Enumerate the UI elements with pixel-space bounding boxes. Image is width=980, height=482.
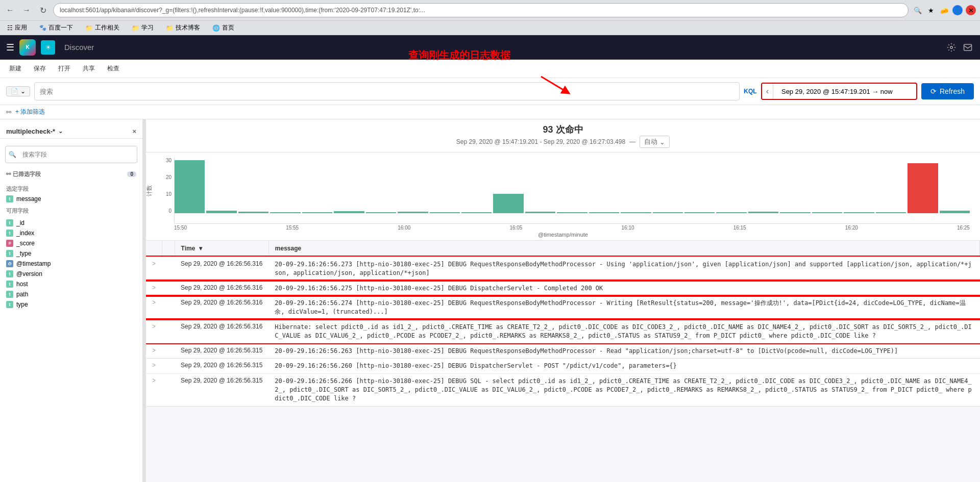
sidebar-search-input[interactable] <box>18 147 134 162</box>
expand-arrow[interactable]: > <box>146 343 162 359</box>
sidebar-field-version[interactable]: t @version <box>0 269 142 279</box>
bar-23[interactable] <box>908 163 938 213</box>
open-button[interactable]: 打开 <box>55 63 74 74</box>
bar-9[interactable] <box>461 212 492 213</box>
bar-24[interactable] <box>940 211 970 213</box>
bar-0[interactable] <box>175 160 205 213</box>
bar-19[interactable] <box>780 212 810 213</box>
sidebar-field-type2[interactable]: t type <box>0 299 142 310</box>
selected-fields-label: ⚯ 已筛选字段 0 <box>0 168 142 180</box>
row-num[interactable] <box>162 359 175 374</box>
bar-2[interactable] <box>238 212 268 213</box>
row-num[interactable] <box>162 257 175 281</box>
mail-icon[interactable] <box>962 41 974 54</box>
message-cell: 20-09-29.16:26:56.274 [http-nio-30180-ex… <box>268 296 979 320</box>
bar-10[interactable] <box>493 194 523 213</box>
bar-20[interactable] <box>812 212 842 213</box>
sidebar-field-path[interactable]: t path <box>0 289 142 299</box>
bar-15[interactable] <box>653 212 683 213</box>
search-area: 📄 ⌄ KQL ‹ Sep 29, 2020 @ 15:47:19.201 → … <box>0 78 980 105</box>
bookmark-techblog[interactable]: 📁 技术博客 <box>163 22 203 33</box>
add-filter-button[interactable]: + 添加筛选 <box>15 108 45 116</box>
expand-arrow[interactable]: > <box>146 257 162 281</box>
bookmark-baidu[interactable]: 🐾 百度一下 <box>36 22 76 33</box>
bar-3[interactable] <box>270 212 300 213</box>
bookmark-study[interactable]: 📁 学习 <box>129 22 157 33</box>
bar-12[interactable] <box>557 212 587 213</box>
expand-arrow[interactable]: > <box>146 319 162 343</box>
histogram-chart[interactable] <box>174 158 970 224</box>
bar-21[interactable] <box>844 212 874 213</box>
bar-18[interactable] <box>748 212 778 213</box>
url-bar[interactable]: localhost:5601/app/kibana#/discover?_g=(… <box>53 3 909 17</box>
forward-button[interactable]: → <box>20 4 33 16</box>
field-type-host-icon: t <box>6 281 13 288</box>
reload-button[interactable]: ↻ <box>37 4 49 16</box>
row-num[interactable] <box>162 374 175 406</box>
inspect-button[interactable]: 检查 <box>104 63 122 74</box>
settings-icon[interactable] <box>945 41 958 54</box>
close-icon[interactable]: ✕ <box>966 5 976 15</box>
sidebar-field-host[interactable]: t host <box>0 279 142 289</box>
index-pattern-selector[interactable]: multiplecheck-* ⌄ × <box>0 124 142 139</box>
sidebar-field-timestamp[interactable]: ⏱ @timestamp <box>0 259 142 269</box>
bar-11[interactable] <box>525 212 555 213</box>
kql-badge[interactable]: KQL <box>744 88 756 95</box>
save-button[interactable]: 保存 <box>31 63 49 74</box>
search-input[interactable] <box>34 82 740 100</box>
sidebar-collapse-btn[interactable]: × <box>132 128 136 135</box>
sidebar-field-type[interactable]: t _type <box>0 248 142 259</box>
highlighted-table-row: > Sep 29, 2020 @ 16:26:56.316 20-09-29.1… <box>146 296 980 320</box>
expand-arrow[interactable]: > <box>146 296 162 320</box>
bar-1[interactable] <box>206 211 236 213</box>
query-type-selector[interactable]: 📄 ⌄ <box>6 86 30 96</box>
time-range-button[interactable]: Sep 29, 2020 @ 15:47:19.201 → now <box>773 85 916 98</box>
refresh-button[interactable]: ⟳ Refresh <box>921 83 974 99</box>
bar-5[interactable] <box>334 211 364 213</box>
table-row: > Sep 29, 2020 @ 16:26:56.315 20-09-29.1… <box>146 343 980 359</box>
bookmark-apps[interactable]: ☷ 应用 <box>4 22 30 33</box>
time-picker-chevron-btn[interactable]: ‹ <box>762 84 773 99</box>
message-col-header[interactable]: message <box>268 241 979 257</box>
auto-interval-selector[interactable]: 自动 ⌄ <box>640 136 670 148</box>
search-icon[interactable]: 🔍 <box>913 5 923 15</box>
back-button[interactable]: ← <box>4 4 16 16</box>
hamburger-menu[interactable]: ☰ <box>6 42 14 53</box>
extensions-icon[interactable]: 🧀 <box>939 5 949 15</box>
hits-time-range: Sep 29, 2020 @ 15:47:19.201 - Sep 29, 20… <box>150 136 976 148</box>
sidebar-field-id[interactable]: t _id <box>0 218 142 228</box>
expand-arrow[interactable]: > <box>146 374 162 406</box>
share-button[interactable]: 共享 <box>80 63 98 74</box>
expand-arrow[interactable]: > <box>146 359 162 374</box>
sidebar-field-message[interactable]: t message <box>0 194 142 204</box>
expand-arrow[interactable]: > <box>146 281 162 296</box>
row-num[interactable] <box>162 343 175 359</box>
time-col-header[interactable]: Time ▾ <box>175 241 268 257</box>
sidebar-search: 🔍 <box>0 143 142 166</box>
bar-6[interactable] <box>366 212 396 213</box>
row-num[interactable] <box>162 281 175 296</box>
bookmark-work[interactable]: 📁 工作相关 <box>82 22 122 33</box>
toolbar: 新建 保存 打开 共享 检查 <box>0 60 980 78</box>
new-button[interactable]: 新建 <box>6 63 24 74</box>
bar-13[interactable] <box>589 212 619 213</box>
message-cell: 20-09-29.16:26:56.273 [http-nio-30180-ex… <box>268 257 979 281</box>
bar-14[interactable] <box>621 212 651 213</box>
bar-16[interactable] <box>684 212 715 213</box>
bar-7[interactable] <box>398 212 428 213</box>
bar-22[interactable] <box>876 212 906 213</box>
bookmark-icon[interactable]: ★ <box>926 5 936 15</box>
row-num[interactable] <box>162 296 175 320</box>
bar-17[interactable] <box>716 212 746 213</box>
expand-col-header <box>146 241 162 257</box>
document-icon: 📄 <box>11 88 18 95</box>
row-num[interactable] <box>162 319 175 343</box>
table-row: > Sep 29, 2020 @ 16:26:56.315 20-09-29.1… <box>146 359 980 374</box>
bar-4[interactable] <box>302 212 332 213</box>
profile-icon[interactable]: 👤 <box>952 5 963 15</box>
sidebar-field-score[interactable]: # _score <box>0 238 142 248</box>
field-version-name: @version <box>16 270 42 277</box>
sidebar-field-index[interactable]: t _index <box>0 228 142 238</box>
bookmark-home[interactable]: 🌐 首页 <box>209 22 237 33</box>
bar-8[interactable] <box>430 212 460 213</box>
